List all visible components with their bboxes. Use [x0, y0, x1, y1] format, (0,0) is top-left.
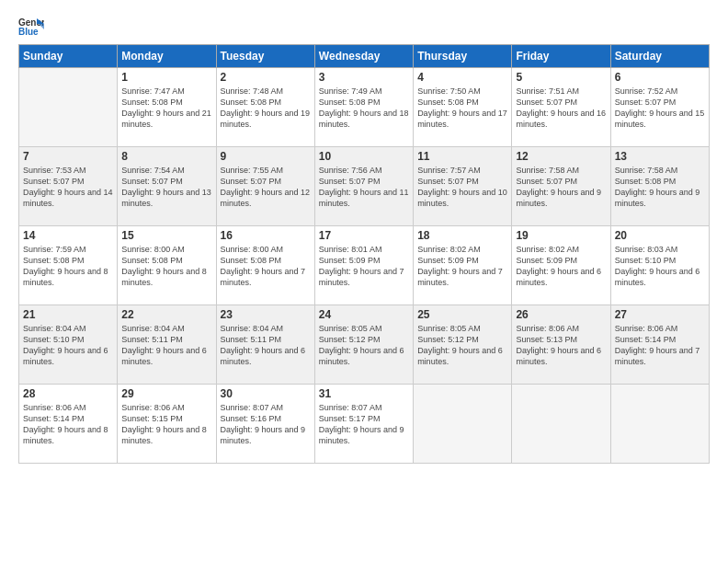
day-number: 22 — [121, 308, 211, 321]
calendar-cell: 10 Sunrise: 7:56 AM Sunset: 5:07 PM Dayl… — [314, 147, 413, 226]
calendar-week-row: 1 Sunrise: 7:47 AM Sunset: 5:08 PM Dayli… — [19, 68, 710, 147]
day-info: Sunrise: 8:00 AM Sunset: 5:08 PM Dayligh… — [221, 244, 311, 289]
day-number: 14 — [23, 229, 113, 242]
day-info: Sunrise: 8:06 AM Sunset: 5:15 PM Dayligh… — [121, 402, 211, 447]
day-info: Sunrise: 8:02 AM Sunset: 5:09 PM Dayligh… — [516, 244, 606, 289]
calendar-cell: 13 Sunrise: 7:58 AM Sunset: 5:08 PM Dayl… — [610, 147, 709, 226]
day-info: Sunrise: 7:48 AM Sunset: 5:08 PM Dayligh… — [221, 86, 311, 131]
day-number: 16 — [221, 229, 311, 242]
day-info: Sunrise: 7:58 AM Sunset: 5:08 PM Dayligh… — [615, 165, 705, 210]
day-info: Sunrise: 7:56 AM Sunset: 5:07 PM Dayligh… — [319, 165, 409, 210]
calendar-header-row: SundayMondayTuesdayWednesdayThursdayFrid… — [19, 45, 710, 68]
calendar-cell: 27 Sunrise: 8:06 AM Sunset: 5:14 PM Dayl… — [610, 305, 709, 385]
day-info: Sunrise: 8:07 AM Sunset: 5:16 PM Dayligh… — [221, 402, 311, 447]
day-number: 8 — [121, 150, 211, 163]
calendar-cell: 26 Sunrise: 8:06 AM Sunset: 5:13 PM Dayl… — [512, 305, 610, 385]
svg-text:Blue: Blue — [18, 27, 39, 37]
page: General Blue SundayMondayTuesdayWednesda… — [0, 0, 728, 563]
calendar-cell: 3 Sunrise: 7:49 AM Sunset: 5:08 PM Dayli… — [314, 68, 413, 147]
calendar-week-row: 7 Sunrise: 7:53 AM Sunset: 5:07 PM Dayli… — [19, 147, 710, 226]
calendar-cell: 6 Sunrise: 7:52 AM Sunset: 5:07 PM Dayli… — [610, 68, 709, 147]
calendar-week-row: 28 Sunrise: 8:06 AM Sunset: 5:14 PM Dayl… — [19, 385, 710, 464]
day-info: Sunrise: 8:06 AM Sunset: 5:13 PM Dayligh… — [516, 323, 606, 368]
day-info: Sunrise: 8:05 AM Sunset: 5:12 PM Dayligh… — [319, 323, 409, 368]
day-info: Sunrise: 7:57 AM Sunset: 5:07 PM Dayligh… — [417, 165, 507, 210]
calendar-cell: 20 Sunrise: 8:03 AM Sunset: 5:10 PM Dayl… — [610, 226, 709, 305]
calendar-cell: 29 Sunrise: 8:06 AM Sunset: 5:15 PM Dayl… — [118, 385, 216, 464]
day-number: 1 — [121, 71, 211, 84]
day-info: Sunrise: 8:04 AM Sunset: 5:11 PM Dayligh… — [121, 323, 211, 368]
day-number: 29 — [121, 387, 211, 400]
calendar-cell: 28 Sunrise: 8:06 AM Sunset: 5:14 PM Dayl… — [19, 385, 118, 464]
logo: General Blue — [18, 17, 48, 37]
day-number: 6 — [615, 71, 705, 84]
calendar-cell: 1 Sunrise: 7:47 AM Sunset: 5:08 PM Dayli… — [118, 68, 216, 147]
logo-icon: General Blue — [18, 17, 44, 37]
calendar-week-row: 21 Sunrise: 8:04 AM Sunset: 5:10 PM Dayl… — [19, 305, 710, 385]
day-info: Sunrise: 8:06 AM Sunset: 5:14 PM Dayligh… — [615, 323, 705, 368]
day-number: 2 — [221, 71, 311, 84]
calendar-cell: 24 Sunrise: 8:05 AM Sunset: 5:12 PM Dayl… — [314, 305, 413, 385]
day-number: 17 — [319, 229, 409, 242]
day-number: 18 — [417, 229, 507, 242]
calendar-cell: 25 Sunrise: 8:05 AM Sunset: 5:12 PM Dayl… — [414, 305, 512, 385]
calendar-cell: 12 Sunrise: 7:58 AM Sunset: 5:07 PM Dayl… — [512, 147, 610, 226]
calendar-cell: 4 Sunrise: 7:50 AM Sunset: 5:08 PM Dayli… — [414, 68, 512, 147]
day-number: 31 — [319, 387, 409, 400]
calendar-cell — [610, 385, 709, 464]
calendar-cell: 8 Sunrise: 7:54 AM Sunset: 5:07 PM Dayli… — [118, 147, 216, 226]
calendar-cell — [19, 68, 118, 147]
calendar-cell: 7 Sunrise: 7:53 AM Sunset: 5:07 PM Dayli… — [19, 147, 118, 226]
calendar-cell: 2 Sunrise: 7:48 AM Sunset: 5:08 PM Dayli… — [216, 68, 314, 147]
day-header-monday: Monday — [118, 45, 216, 68]
day-number: 11 — [417, 150, 507, 163]
day-number: 28 — [23, 387, 113, 400]
day-header-saturday: Saturday — [610, 45, 709, 68]
day-number: 26 — [516, 308, 606, 321]
day-header-friday: Friday — [512, 45, 610, 68]
day-info: Sunrise: 7:49 AM Sunset: 5:08 PM Dayligh… — [319, 86, 409, 131]
day-info: Sunrise: 8:00 AM Sunset: 5:08 PM Dayligh… — [121, 244, 211, 289]
day-number: 23 — [221, 308, 311, 321]
calendar-cell: 30 Sunrise: 8:07 AM Sunset: 5:16 PM Dayl… — [216, 385, 314, 464]
day-number: 3 — [319, 71, 409, 84]
calendar-cell: 5 Sunrise: 7:51 AM Sunset: 5:07 PM Dayli… — [512, 68, 610, 147]
day-header-wednesday: Wednesday — [314, 45, 413, 68]
calendar-cell: 18 Sunrise: 8:02 AM Sunset: 5:09 PM Dayl… — [414, 226, 512, 305]
day-info: Sunrise: 7:52 AM Sunset: 5:07 PM Dayligh… — [615, 86, 705, 131]
calendar-cell — [512, 385, 610, 464]
calendar-cell: 11 Sunrise: 7:57 AM Sunset: 5:07 PM Dayl… — [414, 147, 512, 226]
calendar-cell: 21 Sunrise: 8:04 AM Sunset: 5:10 PM Dayl… — [19, 305, 118, 385]
day-number: 10 — [319, 150, 409, 163]
day-info: Sunrise: 7:58 AM Sunset: 5:07 PM Dayligh… — [516, 165, 606, 210]
day-header-sunday: Sunday — [19, 45, 118, 68]
day-info: Sunrise: 7:54 AM Sunset: 5:07 PM Dayligh… — [121, 165, 211, 210]
calendar-cell: 22 Sunrise: 8:04 AM Sunset: 5:11 PM Dayl… — [118, 305, 216, 385]
day-number: 21 — [23, 308, 113, 321]
day-number: 15 — [121, 229, 211, 242]
day-info: Sunrise: 8:02 AM Sunset: 5:09 PM Dayligh… — [417, 244, 507, 289]
calendar-cell: 15 Sunrise: 8:00 AM Sunset: 5:08 PM Dayl… — [118, 226, 216, 305]
calendar-cell: 16 Sunrise: 8:00 AM Sunset: 5:08 PM Dayl… — [216, 226, 314, 305]
day-number: 24 — [319, 308, 409, 321]
day-info: Sunrise: 7:55 AM Sunset: 5:07 PM Dayligh… — [221, 165, 311, 210]
day-info: Sunrise: 8:06 AM Sunset: 5:14 PM Dayligh… — [23, 402, 113, 447]
calendar-cell: 14 Sunrise: 7:59 AM Sunset: 5:08 PM Dayl… — [19, 226, 118, 305]
day-header-tuesday: Tuesday — [216, 45, 314, 68]
day-header-thursday: Thursday — [414, 45, 512, 68]
day-info: Sunrise: 7:53 AM Sunset: 5:07 PM Dayligh… — [23, 165, 113, 210]
day-number: 20 — [615, 229, 705, 242]
day-info: Sunrise: 8:03 AM Sunset: 5:10 PM Dayligh… — [615, 244, 705, 289]
day-info: Sunrise: 7:51 AM Sunset: 5:07 PM Dayligh… — [516, 86, 606, 131]
day-info: Sunrise: 8:07 AM Sunset: 5:17 PM Dayligh… — [319, 402, 409, 447]
calendar-cell — [414, 385, 512, 464]
day-info: Sunrise: 7:59 AM Sunset: 5:08 PM Dayligh… — [23, 244, 113, 289]
day-info: Sunrise: 8:01 AM Sunset: 5:09 PM Dayligh… — [319, 244, 409, 289]
day-number: 19 — [516, 229, 606, 242]
day-number: 5 — [516, 71, 606, 84]
day-number: 25 — [417, 308, 507, 321]
calendar-cell: 19 Sunrise: 8:02 AM Sunset: 5:09 PM Dayl… — [512, 226, 610, 305]
calendar-cell: 23 Sunrise: 8:04 AM Sunset: 5:11 PM Dayl… — [216, 305, 314, 385]
day-number: 13 — [615, 150, 705, 163]
day-number: 12 — [516, 150, 606, 163]
